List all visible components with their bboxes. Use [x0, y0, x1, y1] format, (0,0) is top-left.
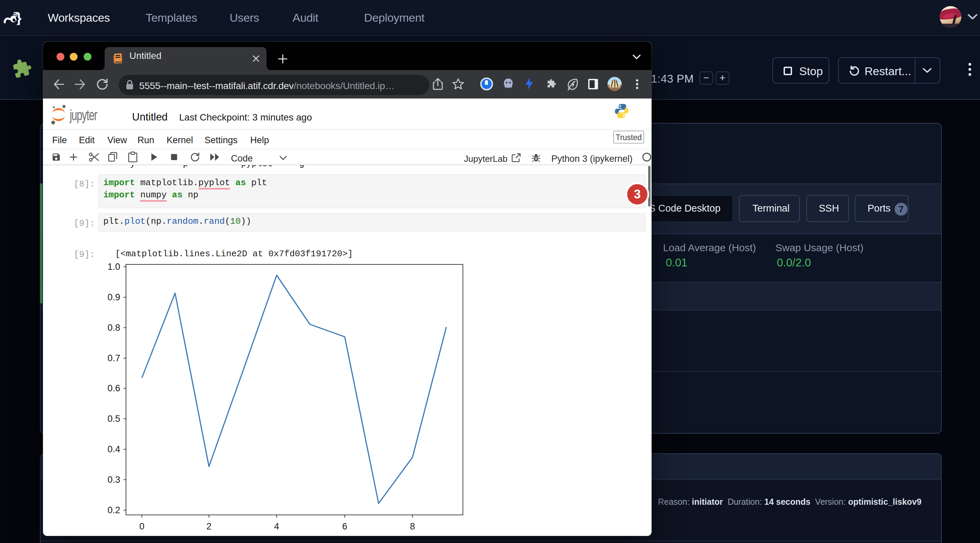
svg-text:0.5: 0.5 [107, 414, 120, 424]
svg-text:0.4: 0.4 [107, 444, 120, 454]
svg-text:4: 4 [274, 521, 279, 532]
svg-text:0: 0 [139, 521, 144, 532]
svg-text:}: } [16, 10, 21, 25]
svg-text:0.9: 0.9 [107, 292, 120, 302]
svg-text:0.2: 0.2 [107, 505, 120, 515]
svg-text:2: 2 [206, 521, 211, 532]
svg-text:1.0: 1.0 [107, 262, 120, 272]
svg-text:0.6: 0.6 [107, 383, 120, 393]
svg-text:0.7: 0.7 [107, 353, 120, 363]
svg-text:0.8: 0.8 [107, 322, 120, 333]
svg-text:8: 8 [410, 521, 415, 532]
svg-text:0.3: 0.3 [107, 475, 120, 485]
svg-text:6: 6 [342, 521, 347, 532]
